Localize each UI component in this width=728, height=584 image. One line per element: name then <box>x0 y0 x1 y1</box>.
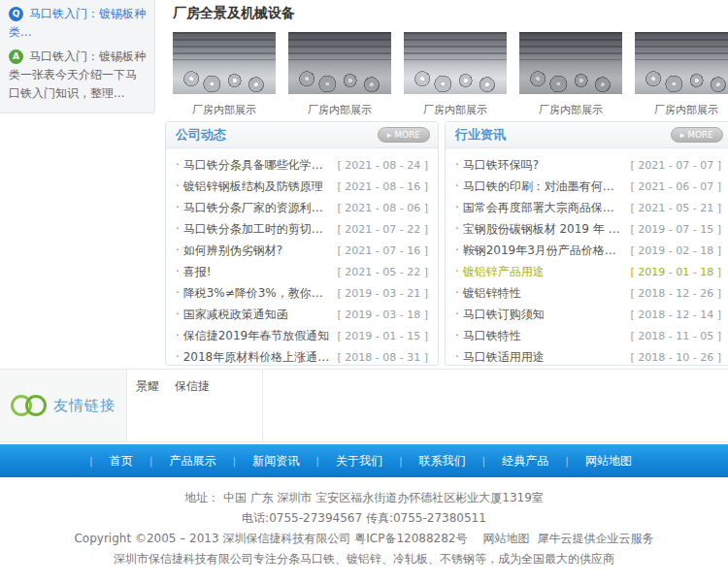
page: Q 马口铁入门：镀锡板种类... A 马口铁入门：镀锡板种类一张表今天介绍一下马… <box>0 0 728 584</box>
factory-photo-item: 厂房内部展示 <box>635 32 728 117</box>
more-arrow-icon: ▸ <box>680 130 685 140</box>
nav-separator: | <box>399 455 403 468</box>
nav-item[interactable]: 经典产品 <box>502 453 548 470</box>
friend-link[interactable]: 景耀 <box>136 378 159 395</box>
news-item[interactable]: 国家减税政策通知函 [ 2019 - 03 - 18 ] <box>176 304 428 325</box>
news-item[interactable]: 马口铁适用用途 [ 2018 - 10 - 26 ] <box>455 346 721 368</box>
nav-item[interactable]: 联系我们 <box>419 453 466 470</box>
factory-photo[interactable] <box>404 32 507 94</box>
friend-link[interactable]: 保信捷 <box>175 378 210 395</box>
news-item-date: [ 2019 - 03 - 21 ] <box>338 287 429 300</box>
news-item[interactable]: 保信捷2019年春节放假通知 [ 2019 - 01 - 15 ] <box>176 325 428 346</box>
industry-news-more-button[interactable]: ▸ MORE <box>671 127 723 143</box>
news-item[interactable]: 马口铁订购须知 [ 2018 - 12 - 14 ] <box>455 304 721 325</box>
nav-item[interactable]: 产品展示 <box>169 453 215 470</box>
links-cell-divider <box>262 370 263 441</box>
qa-question[interactable]: Q 马口铁入门：镀锡板种类... <box>9 5 147 42</box>
qa-answer: A 马口铁入门：镀锡板种类一张表今天介绍一下马口铁入门知识，整理... <box>9 48 147 103</box>
more-button-label: MORE <box>687 130 713 140</box>
qa-answer-text[interactable]: 马口铁入门：镀锡板种类一张表今天介绍一下马口铁入门知识，整理... <box>9 49 146 100</box>
news-item-title[interactable]: 国常会再度部署大宗商品保供稳价 <box>455 200 623 216</box>
news-item-date: [ 2019 - 01 - 18 ] <box>631 266 722 278</box>
nav-item[interactable]: 网站地图 <box>585 453 632 470</box>
rings-icon <box>11 395 47 416</box>
friendly-links-band: 友情链接 景耀 保信捷 <box>0 369 728 442</box>
news-item-date: [ 2019 - 01 - 15 ] <box>338 330 429 342</box>
news-item[interactable]: 马口铁特性 [ 2018 - 11 - 05 ] <box>455 325 721 346</box>
news-item[interactable]: 鞍钢2019年3月份产品价格政策调整... [ 2019 - 02 - 18 ] <box>455 240 721 261</box>
nav-item[interactable]: 新闻资讯 <box>252 453 299 470</box>
industry-news-title: 行业资讯 <box>455 126 506 144</box>
photo-caption: 厂房内部展示 <box>404 103 507 117</box>
news-item-date: [ 2018 - 12 - 14 ] <box>631 308 722 321</box>
news-item-date: [ 2021 - 07 - 22 ] <box>338 223 429 236</box>
more-button-label: MORE <box>394 130 420 140</box>
news-item[interactable]: 镀铝锌钢板结构及防锈原理 [ 2021 - 08 - 16 ] <box>176 176 428 197</box>
nav-item-wrap: | 联系我们 <box>399 453 482 470</box>
nav-item[interactable]: 首页 <box>110 453 133 470</box>
news-item-date: [ 2018 - 11 - 05 ] <box>631 330 722 342</box>
nav-separator: | <box>89 455 93 468</box>
news-item-title[interactable]: 马口铁分条加工时的剪切要求 <box>176 221 330 238</box>
news-item-date: [ 2018 - 10 - 26 ] <box>631 351 722 364</box>
factory-photo-item: 厂房内部展示 <box>288 32 391 117</box>
footer-copyright-line: Copyright ©2005 – 2013 深圳保信捷科技有限公司 粤ICP备… <box>0 529 728 549</box>
news-item[interactable]: 马口铁分条具备哪些化学特点? [ 2021 - 08 - 24 ] <box>176 154 428 176</box>
news-item-title[interactable]: 马口铁特性 <box>455 328 623 344</box>
news-item-title[interactable]: 保信捷2019年春节放假通知 <box>176 328 330 344</box>
friendly-links-label: 友情链接 <box>0 370 127 441</box>
news-item-title[interactable]: 降税3%≠降价3%，教你算给客户看 <box>176 285 330 302</box>
news-item-title[interactable]: 马口铁分条具备哪些化学特点? <box>176 157 330 174</box>
news-item-title[interactable]: 马口铁订购须知 <box>455 307 623 323</box>
news-item-title[interactable]: 镀铝锌特性 <box>455 285 623 302</box>
news-item-date: [ 2019 - 07 - 15 ] <box>631 223 722 236</box>
factory-photo[interactable] <box>173 32 276 94</box>
nav-separator: | <box>149 455 153 468</box>
nav-item[interactable]: 关于我们 <box>336 453 382 470</box>
nav-item-wrap: | 首页 <box>89 453 149 470</box>
news-item[interactable]: 宝钢股份碳钢板材 2019 年 8 月份国... [ 2019 - 07 - 1… <box>455 218 721 240</box>
news-item-title[interactable]: 国家减税政策通知函 <box>176 307 330 323</box>
factory-photo[interactable] <box>635 32 728 94</box>
qa-question-text[interactable]: 马口铁入门：镀锡板种类... <box>9 7 146 39</box>
factory-photo[interactable] <box>519 32 622 94</box>
footer-sitemap-link[interactable]: 网站地图 <box>483 532 530 545</box>
news-item[interactable]: 喜报! [ 2021 - 05 - 22 ] <box>176 261 428 282</box>
links-title: 友情链接 <box>53 397 116 415</box>
news-item-title[interactable]: 如何辨别伪劣钢材? <box>176 243 330 259</box>
factory-photo[interactable] <box>288 32 391 94</box>
friendly-links-list: 景耀 保信捷 <box>136 378 210 395</box>
news-item-title[interactable]: 镀铝锌产品用途 <box>455 264 623 280</box>
news-item-date: [ 2021 - 08 - 24 ] <box>338 159 429 172</box>
news-item[interactable]: 马口铁分条加工时的剪切要求 [ 2021 - 07 - 22 ] <box>176 218 428 240</box>
footer: 地址： 中国 广东 深圳市 宝安区福永街道办怀德社区彬业大厦1319室 电话:0… <box>0 477 728 569</box>
news-item[interactable]: 镀铝锌特性 [ 2018 - 12 - 26 ] <box>455 282 721 304</box>
company-news-more-button[interactable]: ▸ MORE <box>378 127 430 143</box>
news-item-title[interactable]: 马口铁分条厂家的资源利用率如何? <box>176 200 330 216</box>
news-item-title[interactable]: 马口铁环保吗? <box>455 157 623 174</box>
news-item[interactable]: 降税3%≠降价3%，教你算给客户看 [ 2019 - 03 - 21 ] <box>176 282 428 304</box>
nav-item-wrap: | 新闻资讯 <box>232 453 315 470</box>
footer-slogan: 深圳市保信捷科技有限公司专注分条马口铁、镀铝锌、冷轧板、不锈钢等，成为全国最大的… <box>0 549 728 569</box>
news-item[interactable]: 马口铁的印刷：对油墨有何特殊要求 [ 2021 - 06 - 07 ] <box>455 176 721 197</box>
nav-separator: | <box>232 455 236 468</box>
news-item-title[interactable]: 马口铁的印刷：对油墨有何特殊要求 <box>455 178 623 195</box>
news-item-title[interactable]: 鞍钢2019年3月份产品价格政策调整... <box>455 243 623 259</box>
news-item-title[interactable]: 马口铁适用用途 <box>455 349 623 366</box>
news-item[interactable]: 2018年原材料价格上涨通知！！！ [ 2018 - 08 - 31 ] <box>176 346 428 368</box>
news-item-title[interactable]: 宝钢股份碳钢板材 2019 年 8 月份国... <box>455 221 623 238</box>
news-item[interactable]: 马口铁环保吗? [ 2021 - 07 - 07 ] <box>455 154 721 176</box>
news-item-date: [ 2019 - 02 - 18 ] <box>631 244 722 257</box>
footer-service-link[interactable]: 犀牛云提供企业云服务 <box>538 532 654 545</box>
photo-caption: 厂房内部展示 <box>173 103 276 117</box>
news-item[interactable]: 马口铁分条厂家的资源利用率如何? [ 2021 - 08 - 06 ] <box>176 197 428 218</box>
news-item-title[interactable]: 喜报! <box>176 264 330 280</box>
news-item[interactable]: 镀铝锌产品用途 [ 2019 - 01 - 18 ] <box>455 261 721 282</box>
news-item[interactable]: 国常会再度部署大宗商品保供稳价 [ 2021 - 05 - 21 ] <box>455 197 721 218</box>
factory-photo-item: 厂房内部展示 <box>404 32 507 117</box>
news-item-title[interactable]: 镀铝锌钢板结构及防锈原理 <box>176 178 330 195</box>
news-item[interactable]: 如何辨别伪劣钢材? [ 2021 - 07 - 16 ] <box>176 240 428 261</box>
news-item-title[interactable]: 2018年原材料价格上涨通知！！！ <box>176 349 330 366</box>
news-item-date: [ 2021 - 08 - 06 ] <box>338 202 429 214</box>
news-item-date: [ 2021 - 07 - 07 ] <box>631 159 722 172</box>
